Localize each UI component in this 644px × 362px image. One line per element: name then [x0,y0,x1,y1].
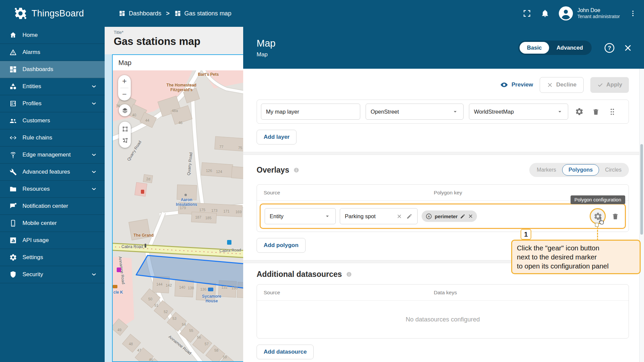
cursor-pointer-icon [598,218,605,227]
eye-icon [500,81,508,89]
sidebar-item-label: Alarms [22,49,97,56]
svg-text:?: ? [608,45,611,51]
user-menu[interactable]: John Doe Tenant administrator [559,6,620,20]
decline-button[interactable]: Decline [540,77,583,93]
layer-basemap-value: WorldStreetMap [474,109,514,115]
edit-polygon-icon[interactable] [121,137,129,144]
api-icon [9,236,17,244]
close-button[interactable] [623,43,633,53]
app-logo[interactable]: ThingsBoard [0,6,105,20]
info-icon[interactable] [346,271,352,278]
sidebar-item-notification-center[interactable]: Notification center [0,198,105,215]
notifications-button[interactable] [541,9,549,18]
sidebar-item-label: API usage [22,237,97,244]
sidebar-item-label: Mobile center [22,220,97,227]
map-canvas[interactable]: Bart's PetsThe Homestead Fitzgerald'sQua… [113,70,243,361]
edit-entity-icon[interactable] [406,213,413,220]
apply-button[interactable]: Apply [590,77,629,93]
layer-name-field[interactable] [261,104,360,120]
breadcrumb-separator: > [166,10,170,17]
layer-name-input[interactable] [266,109,355,115]
help-button[interactable]: ? [604,42,615,54]
preview-button[interactable]: Preview [500,81,533,89]
column-source: Source [264,190,434,196]
scrollbar-thumb[interactable] [640,144,643,235]
callout-line: to open its configuration panel [517,261,635,270]
sidebar-item-customers[interactable]: Customers [0,112,105,129]
source-type-select[interactable]: Entity [265,208,336,224]
sidebar-item-dashboards[interactable]: Dashboards [0,61,105,78]
sidebar-item-settings[interactable]: Settings [0,249,105,266]
more-menu-button[interactable] [629,10,637,17]
sidebar-item-entities[interactable]: Entities [0,78,105,95]
tab-circles[interactable]: Circles [599,164,628,176]
tab-basic[interactable]: Basic [520,42,549,54]
add-datasource-button[interactable]: Add datasource [257,345,314,359]
sidebar-item-api-usage[interactable]: API usage [0,232,105,249]
zoom-out-button[interactable]: − [118,88,131,101]
breadcrumb-item-dashboards[interactable]: Dashboards [119,10,161,17]
add-layer-button[interactable]: Add layer [257,130,297,144]
map-widget-card[interactable]: Map [112,54,243,362]
dashboard-title[interactable]: Gas stations map [114,36,243,48]
add-polygon-button[interactable]: Add polygon [257,238,306,253]
drawer-scrollbar[interactable] [639,69,644,362]
breadcrumb-item-gas-stations-map[interactable]: Gas stations map [174,10,231,17]
topbar-actions: John Doe Tenant administrator [523,6,644,20]
zoom-in-button[interactable]: + [118,75,131,88]
tab-polygons[interactable]: Polygons [562,164,599,176]
sidebar-item-rule-chains[interactable]: Rule chains [0,129,105,146]
draw-rectangle-icon[interactable] [121,125,129,133]
chevron-down-icon [452,108,459,115]
sidebar-item-mobile-center[interactable]: Mobile center [0,215,105,232]
svg-text:A: A [428,215,430,218]
sidebar-item-home[interactable]: Home [0,27,105,44]
info-icon[interactable] [293,167,300,173]
sidebar-item-edge-management[interactable]: Edge management [0,146,105,164]
sidebar-item-label: Home [22,32,97,39]
map-layers-button[interactable] [119,104,131,116]
map-zoom-control: + − [118,75,131,101]
sidebar-item-alarms[interactable]: Alarms [0,44,105,61]
apply-label: Apply [606,81,622,88]
clear-entity-icon[interactable] [396,214,402,219]
dashboard-icon [119,10,125,17]
sidebar-item-label: Customers [22,117,97,124]
entities-icon [9,82,17,90]
callout-connector [597,224,598,240]
layer-delete-button[interactable] [590,106,601,117]
overlays-table: Source Polygon key Entity Parking spot [257,184,629,232]
check-icon [597,82,603,88]
remove-key-icon[interactable] [468,214,473,219]
column-source: Source [264,290,434,296]
laundry-icon [117,267,121,272]
sidebar-item-security[interactable]: Security [0,266,105,283]
security-icon [9,270,17,279]
dashboard-icon [174,10,181,17]
tab-advanced[interactable]: Advanced [549,42,590,54]
layer-settings-button[interactable] [574,106,585,117]
sidebar-item-advanced-features[interactable]: Advanced features [0,164,105,181]
sidebar-item-profiles[interactable]: Profiles [0,95,105,112]
sidebar-item-label: Security [22,271,85,278]
car-icon [113,285,117,288]
mobile-icon [9,219,17,227]
home-icon [9,31,17,39]
kebab-menu-icon [629,10,637,17]
source-entity-field[interactable]: Parking spot [340,208,418,224]
fullscreen-button[interactable] [523,9,531,18]
settings-mode-toggle: Basic Advanced [518,41,592,55]
polygon-delete-button[interactable] [610,211,621,222]
chevron-down-icon [91,186,97,192]
layer-basemap-select[interactable]: WorldStreetMap [469,104,568,120]
resources-icon [9,185,17,193]
tab-markers[interactable]: Markers [531,164,562,176]
polygon-row-highlighted: Entity Parking spot A perimeter [260,203,626,229]
edit-key-icon[interactable] [460,214,466,219]
layer-provider-select[interactable]: OpenStreet [366,104,464,120]
source-type-value: Entity [270,213,283,220]
layer-drag-handle[interactable] [607,106,618,117]
sidebar-item-resources[interactable]: Resources [0,181,105,198]
polygon-key-chip[interactable]: A perimeter [422,210,477,222]
advanced-icon [9,168,17,176]
